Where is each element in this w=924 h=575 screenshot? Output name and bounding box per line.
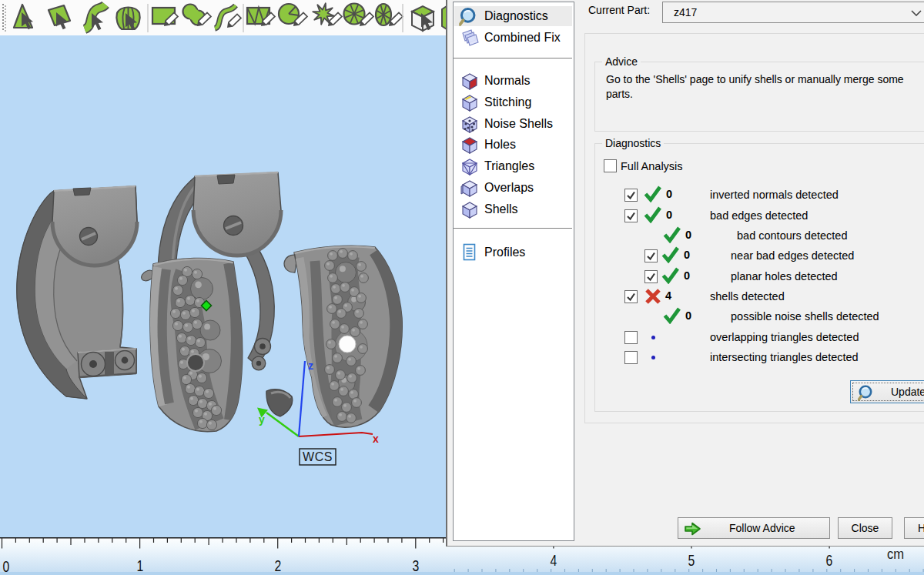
svg-text:z: z (308, 359, 313, 372)
svg-text:y: y (259, 413, 265, 426)
svg-text:WCS: WCS (303, 450, 333, 463)
svg-text:x: x (373, 433, 379, 445)
